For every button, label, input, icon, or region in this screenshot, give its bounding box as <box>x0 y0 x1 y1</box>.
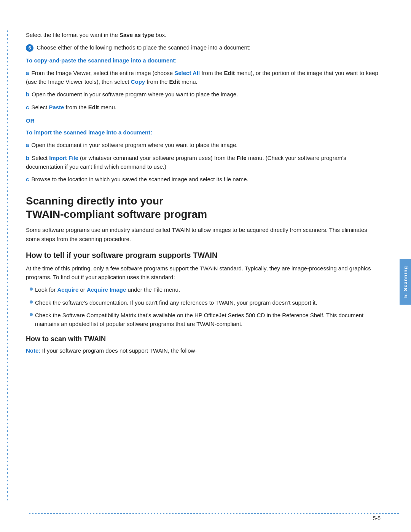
copy-paste-c-end: menu. <box>99 104 116 110</box>
import-file-link: Import File <box>49 155 78 161</box>
copy-paste-heading: To copy-and-paste the scanned image into… <box>26 56 381 65</box>
edit-menu-1: Edit <box>224 70 235 76</box>
import-b-text: Select <box>30 155 49 161</box>
acquire-image-link: Acquire Image <box>87 286 126 293</box>
main-heading-line2: TWAIN-compliant software program <box>26 208 207 220</box>
copy-paste-c-from: from the <box>64 104 88 110</box>
import-b: b Select Import File (or whatever comman… <box>26 153 381 171</box>
copy-paste-c: c Select Paste from the Edit menu. <box>26 103 381 112</box>
acquire-link: Acquire <box>57 286 78 293</box>
copy-link: Copy <box>131 78 145 85</box>
small-heading: How to scan with TWAIN <box>26 335 381 343</box>
import-heading: To import the scanned image into a docum… <box>26 128 381 137</box>
bullet-item-3: Check the Software Compatibility Matrix … <box>30 311 381 329</box>
left-decoration <box>0 0 14 532</box>
import-b-label: b <box>26 155 29 161</box>
bullet1-pre: Look for <box>35 286 57 293</box>
sub-heading: How to tell if your software program sup… <box>26 250 381 260</box>
bullet-dot-1 <box>30 288 33 291</box>
bullet1-end: under the File menu. <box>126 286 180 293</box>
copy-paste-a-middle: from the <box>200 70 224 76</box>
step6-circle: 6 <box>26 44 33 52</box>
copy-paste-section: To copy-and-paste the scanned image into… <box>26 56 381 112</box>
import-a-text: Open the document in your software progr… <box>30 142 237 148</box>
bullet1-content: Look for Acquire or Acquire Image under … <box>35 285 180 294</box>
import-a-label: a <box>26 142 29 148</box>
main-heading: Scanning directly into your TWAIN-compli… <box>26 194 381 221</box>
import-a: a Open the document in your software pro… <box>26 141 381 149</box>
paste-link: Paste <box>49 104 64 110</box>
intro-paragraph: Select the file format you want in the S… <box>26 30 381 39</box>
page-container: Select the file format you want in the S… <box>0 0 411 532</box>
bullet-dot-3 <box>30 313 33 316</box>
copy-paste-a-label: a <box>26 70 29 76</box>
select-all-link: Select All <box>174 70 200 76</box>
side-tab: 5. Scanning <box>400 259 411 305</box>
page-number: 5-5 <box>373 515 381 521</box>
file-menu: File <box>237 155 247 161</box>
bullet1-mid: or <box>78 286 87 293</box>
copy-paste-b-label: b <box>26 91 29 97</box>
copy-paste-b: b Open the document in your software pro… <box>26 90 381 99</box>
intro-end: box. <box>154 32 167 38</box>
step6-paragraph: 6 Choose either of the following methods… <box>26 43 381 52</box>
intro-text: Select the file format you want in the <box>26 32 119 38</box>
edit-menu-2: Edit <box>169 78 180 85</box>
bullet2-text: Check the software's documentation. If y… <box>35 298 317 307</box>
main-content: Select the file format you want in the S… <box>14 0 411 532</box>
side-tab-text: 5. Scanning <box>403 266 408 298</box>
copy-paste-a-from: from the <box>145 78 169 85</box>
bottom-decoration <box>29 513 400 514</box>
import-c: c Browse to the location in which you sa… <box>26 175 381 184</box>
copy-paste-a-text: From the Image Viewer, select the entire… <box>30 70 174 76</box>
copy-paste-c-text: Select <box>30 104 49 110</box>
save-as-type-bold: Save as type <box>119 32 154 38</box>
edit-menu-3: Edit <box>88 104 99 110</box>
step6-text: Choose either of the following methods t… <box>35 44 250 51</box>
or-text: OR <box>26 116 381 125</box>
import-c-text: Browse to the location in which you save… <box>30 176 249 182</box>
copy-paste-c-label: c <box>26 104 29 110</box>
import-section: To import the scanned image into a docum… <box>26 128 381 184</box>
copy-paste-a-final: menu. <box>180 78 198 85</box>
copy-paste-b-text: Open the document in your software progr… <box>30 91 238 97</box>
twain-intro-para: Some software programs use an industry s… <box>26 225 381 243</box>
bullet-item-2: Check the software's documentation. If y… <box>30 298 381 307</box>
bullet-dot-2 <box>30 300 33 304</box>
note-text: If your software program does not suppor… <box>40 347 197 354</box>
note-paragraph: Note: If your software program does not … <box>26 346 381 355</box>
sub-para: At the time of this printing, only a few… <box>26 264 381 282</box>
import-b-middle: (or whatever command your software progr… <box>78 155 237 161</box>
copy-paste-a: a From the Image Viewer, select the enti… <box>26 69 381 86</box>
import-c-label: c <box>26 176 29 182</box>
bullet3-text: Check the Software Compatibility Matrix … <box>35 311 381 329</box>
main-heading-line1: Scanning directly into your <box>26 195 163 207</box>
note-label: Note: <box>26 347 40 354</box>
dot-line <box>7 30 8 502</box>
bullet-item-1: Look for Acquire or Acquire Image under … <box>30 285 381 294</box>
